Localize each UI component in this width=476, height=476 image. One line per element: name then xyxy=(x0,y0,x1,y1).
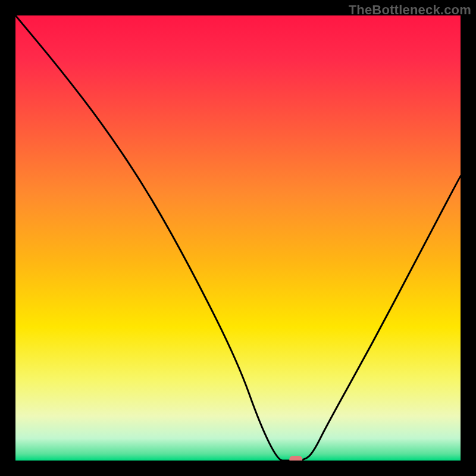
chart-container: TheBottleneck.com xyxy=(0,0,476,476)
chart-svg xyxy=(15,15,461,461)
optimal-point-marker xyxy=(289,456,302,461)
watermark-label: TheBottleneck.com xyxy=(349,2,471,18)
gradient-background xyxy=(15,15,461,461)
plot-area xyxy=(15,15,461,461)
